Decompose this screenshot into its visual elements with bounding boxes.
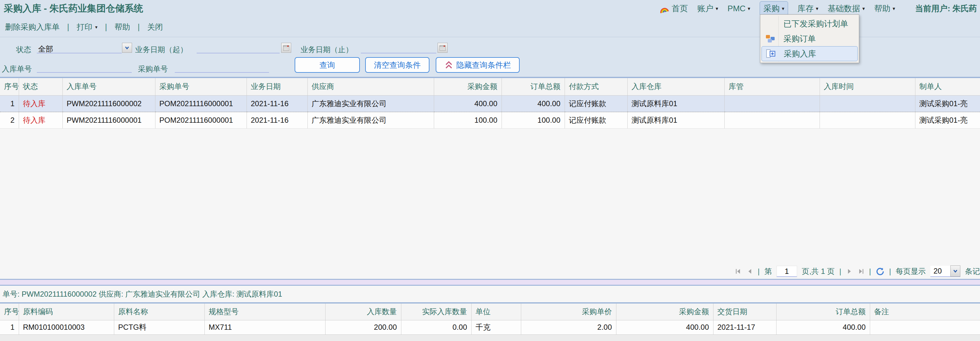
close-button[interactable]: 关闭 — [147, 22, 163, 32]
inbound-table: 序号 状态 入库单号 采购单号 业务日期 供应商 采购金额 订单总额 付款方式 … — [0, 78, 980, 129]
status-select[interactable]: 全部 — [37, 42, 122, 53]
col-status[interactable]: 状态 — [19, 78, 62, 95]
menu-base-data[interactable]: 基础数据▾ — [828, 3, 865, 14]
page-number-input[interactable] — [776, 266, 797, 277]
detail-summary-bar: 单号: PWM20211116000002 供应商: 广东雅迪实业有限公司 入库… — [0, 286, 980, 302]
col-amount[interactable]: 采购金额 — [434, 78, 501, 95]
help-button[interactable]: 帮助 — [115, 22, 130, 32]
pagination-divider: | — [889, 267, 891, 276]
prev-page-icon — [746, 268, 753, 275]
page-prefix-label: 第 — [764, 266, 772, 276]
po-no-label: 采购单号 — [138, 64, 168, 74]
col-po-no[interactable]: 采购单号 — [155, 78, 247, 95]
first-page-button[interactable] — [735, 268, 741, 275]
pagination-divider: | — [758, 267, 760, 276]
menu-home[interactable]: 首页 — [659, 3, 688, 14]
col-spec[interactable]: 规格型号 — [204, 304, 325, 320]
col-amount[interactable]: 采购金额 — [616, 304, 713, 320]
cell-amount: 400.00 — [434, 95, 501, 112]
delete-inbound-label: 删除采购入库单 — [5, 22, 60, 32]
next-page-button[interactable] — [846, 268, 853, 275]
detail-row[interactable]: 1 RM010100010003 PCTG料 MX711 200.00 0.00… — [0, 320, 980, 335]
menu-item-purchase-inbound[interactable]: 采购入库 — [762, 46, 858, 61]
col-unit-price[interactable]: 采购单价 — [521, 304, 616, 320]
col-actual-qty[interactable]: 实际入库数量 — [401, 304, 471, 320]
per-page-select-arrow-button[interactable] — [950, 265, 960, 277]
col-seq[interactable]: 序号 — [0, 78, 19, 95]
col-material-code[interactable]: 原料编码 — [19, 304, 114, 320]
table-row-selected[interactable]: 1 待入库 PWM20211116000002 POM2021111600000… — [0, 95, 980, 112]
clear-query-button[interactable]: 清空查询条件 — [365, 57, 430, 73]
cell-payment: 记应付账款 — [565, 95, 627, 112]
po-no-input[interactable] — [175, 62, 269, 73]
menu-item-purchase-order[interactable]: 采购订单 — [762, 31, 858, 46]
menu-help-label: 帮助 — [874, 3, 891, 14]
menu-purchase-label: 采购 — [764, 3, 780, 14]
menu-item-label: 已下发采购计划单 — [779, 18, 848, 29]
menu-help[interactable]: 帮助▾ — [874, 3, 895, 14]
col-inbound-no[interactable]: 入库单号 — [62, 78, 155, 95]
detail-list-region: 序号 原料编码 原料名称 规格型号 入库数量 实际入库数量 单位 采购单价 采购… — [0, 302, 980, 341]
splitter-bar[interactable] — [0, 279, 980, 286]
menu-home-label: 首页 — [671, 3, 688, 14]
chevron-down-icon — [952, 268, 958, 274]
col-warehouse[interactable]: 入库仓库 — [627, 78, 724, 95]
cell-delivery-date: 2021-11-17 — [713, 320, 776, 335]
cell-creator: 测试采购01-亮 — [915, 95, 980, 112]
status-badge: 待入库 — [19, 112, 62, 128]
table-row[interactable]: 2 待入库 PWM20211116000001 POM2021111600000… — [0, 112, 980, 128]
per-page-select[interactable]: 20 — [931, 266, 960, 277]
cell-biz-date: 2021-11-16 — [247, 95, 307, 112]
menu-purchase[interactable]: 采购▾ — [760, 1, 788, 16]
hide-query-bar-button[interactable]: 隐藏查询条件栏 — [436, 57, 520, 73]
cell-order-total: 400.00 — [501, 95, 565, 112]
pagination-divider: | — [839, 267, 841, 276]
menu-item-issued-purchase-plan[interactable]: 已下发采购计划单 — [762, 16, 858, 31]
last-page-button[interactable] — [858, 268, 864, 275]
col-remark[interactable]: 备注 — [870, 304, 980, 320]
date-to-calendar-button[interactable] — [438, 43, 447, 53]
date-from-input[interactable] — [197, 42, 280, 53]
status-select-arrow-button[interactable] — [122, 43, 132, 53]
date-from-calendar-button[interactable] — [281, 43, 291, 53]
col-material-name[interactable]: 原料名称 — [114, 304, 204, 320]
col-delivery-date[interactable]: 交货日期 — [713, 304, 776, 320]
date-to-label: 业务日期（止） — [301, 45, 353, 55]
menu-pmc[interactable]: PMC▾ — [727, 4, 750, 13]
search-button[interactable]: 查询 — [294, 57, 360, 73]
col-unit[interactable]: 单位 — [471, 304, 521, 320]
inbound-list-region: 序号 状态 入库单号 采购单号 业务日期 供应商 采购金额 订单总额 付款方式 … — [0, 77, 980, 279]
chevron-down-icon: ▾ — [716, 6, 718, 11]
menu-inventory[interactable]: 库存▾ — [797, 3, 818, 14]
col-supplier[interactable]: 供应商 — [307, 78, 434, 95]
chevron-down-icon — [124, 45, 130, 51]
cell-seq: 1 — [0, 95, 19, 112]
inbound-no-input[interactable] — [37, 62, 132, 73]
toolbar-divider: | — [67, 22, 69, 32]
col-biz-date[interactable]: 业务日期 — [247, 78, 307, 95]
cell-actual-qty: 0.00 — [401, 320, 471, 335]
cell-inbound-no: PWM20211116000002 — [62, 95, 155, 112]
col-creator[interactable]: 制单人 — [915, 78, 980, 95]
cell-warehouse: 测试原料库01 — [627, 95, 724, 112]
toolbar-divider: | — [138, 22, 140, 32]
cell-inbound-no: PWM20211116000001 — [62, 112, 155, 128]
col-seq[interactable]: 序号 — [0, 304, 19, 320]
col-order-total[interactable]: 订单总额 — [776, 304, 870, 320]
date-to-input[interactable] — [361, 42, 436, 53]
prev-page-button[interactable] — [746, 268, 753, 275]
refresh-button[interactable] — [876, 267, 885, 276]
delete-inbound-button[interactable]: 删除采购入库单 — [5, 22, 60, 32]
col-inbound-time[interactable]: 入库时间 — [819, 78, 915, 95]
menu-pmc-label: PMC — [727, 4, 746, 13]
purchase-inbound-icon — [762, 49, 779, 58]
col-keeper[interactable]: 库管 — [724, 78, 819, 95]
page-title: 采购入库 - 朱氏药业集团仓储系统 — [4, 2, 143, 15]
first-page-icon — [735, 268, 741, 275]
print-button[interactable]: 打印▾ — [77, 22, 98, 32]
col-order-total[interactable]: 订单总额 — [501, 78, 565, 95]
col-payment[interactable]: 付款方式 — [565, 78, 627, 95]
menu-account[interactable]: 账户▾ — [697, 3, 718, 14]
cell-order-total: 400.00 — [776, 320, 870, 335]
col-inbound-qty[interactable]: 入库数量 — [325, 304, 401, 320]
